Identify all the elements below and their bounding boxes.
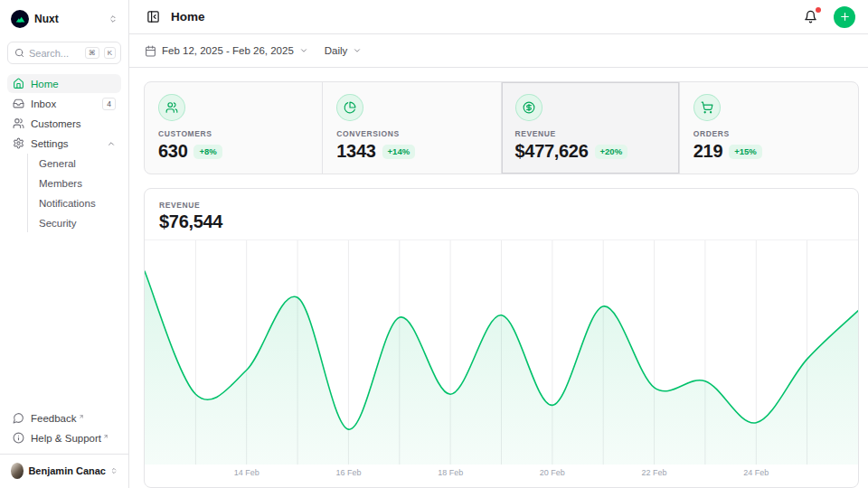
stat-value: 630 [158, 141, 187, 162]
user-menu[interactable]: Benjamin Canac [7, 455, 121, 481]
sidebar-item-label: Customers [31, 118, 116, 129]
kbd-cmd: ⌘ [85, 47, 99, 60]
stat-label: REVENUE [515, 129, 665, 138]
chevron-down-icon [353, 46, 362, 55]
nuxt-logo-icon [11, 10, 29, 28]
help-support-link[interactable]: Help & Support [7, 428, 121, 447]
sidebar-item-label: Inbox [31, 99, 96, 109]
sidebar-item-customers[interactable]: Customers [7, 114, 121, 133]
revenue-area-chart[interactable] [145, 239, 858, 464]
bell-icon [804, 10, 817, 23]
stat-delta-badge: +20% [595, 145, 628, 159]
chart-x-axis: 14 Feb16 Feb18 Feb20 Feb22 Feb24 Feb [145, 464, 858, 483]
external-link-icon [103, 434, 108, 439]
footer-item-label: Help & Support [31, 433, 116, 444]
main-header: Home [129, 0, 868, 34]
stat-delta-badge: +15% [729, 145, 762, 159]
sub-item-label: Security [39, 218, 77, 229]
sidebar-item-settings[interactable]: Settings [7, 134, 121, 153]
sub-item-label: Members [39, 178, 82, 189]
collapse-sidebar-button[interactable] [145, 8, 162, 25]
stats-row: CUSTOMERS 630 +8% CONVERSIONS 1343 +14% [144, 81, 859, 174]
search-icon [14, 48, 24, 58]
stat-value: 1343 [336, 141, 375, 162]
date-range-picker[interactable]: Feb 12, 2025 - Feb 26, 2025 [145, 45, 308, 57]
x-tick-label: 16 Feb [335, 468, 361, 477]
content: CUSTOMERS 630 +8% CONVERSIONS 1343 +14% [129, 68, 868, 488]
footer-item-label: Feedback [31, 413, 116, 424]
workspace-name: Nuxt [34, 13, 103, 25]
shopping-cart-icon [701, 101, 713, 114]
sidebar-nav: Home Inbox 4 Customers Settings General … [7, 74, 121, 232]
chart-pie-icon [344, 101, 356, 114]
x-tick-label: 20 Feb [540, 468, 565, 477]
settings-subgroup: General Members Notifications Security [27, 154, 121, 232]
sidebar-item-notifications[interactable]: Notifications [35, 193, 121, 212]
sidebar: Nuxt Search... ⌘ K Home Inbox 4 Customer… [0, 0, 129, 488]
filters-toolbar: Feb 12, 2025 - Feb 26, 2025 Daily [129, 34, 868, 68]
panel-left-close-icon [146, 10, 160, 23]
sidebar-item-label: Home [31, 79, 116, 89]
sub-item-label: Notifications [39, 198, 96, 209]
stat-label: ORDERS [693, 129, 844, 138]
granularity-value: Daily [325, 45, 348, 56]
plus-icon [839, 11, 851, 23]
sidebar-item-label: Settings [31, 138, 100, 149]
kbd-k: K [104, 47, 116, 60]
chart-header: REVENUE $76,544 [145, 189, 858, 234]
stat-conversions[interactable]: CONVERSIONS 1343 +14% [323, 82, 501, 174]
sidebar-item-members[interactable]: Members [35, 174, 121, 192]
home-icon [13, 78, 24, 89]
stat-delta-badge: +14% [382, 145, 416, 159]
stat-revenue[interactable]: REVENUE $477,626 +20% [502, 82, 680, 174]
x-tick-label: 18 Feb [438, 468, 463, 477]
external-link-icon [79, 414, 84, 419]
date-range-value: Feb 12, 2025 - Feb 26, 2025 [162, 45, 294, 56]
calendar-icon [145, 45, 156, 57]
stat-customers[interactable]: CUSTOMERS 630 +8% [145, 82, 323, 174]
circle-dollar-icon [523, 101, 535, 114]
add-new-button[interactable] [834, 6, 855, 28]
stat-value: $477,626 [515, 141, 589, 162]
inbox-count-badge: 4 [102, 98, 116, 110]
info-icon [13, 432, 24, 444]
stat-delta-badge: +8% [193, 145, 222, 159]
stat-orders[interactable]: ORDERS 219 +15% [680, 82, 858, 174]
users-icon [13, 117, 24, 129]
notification-dot [816, 7, 821, 13]
chevrons-up-down-icon [110, 466, 118, 475]
granularity-select[interactable]: Daily [325, 45, 363, 56]
user-name: Benjamin Canac [28, 465, 106, 476]
sidebar-item-inbox[interactable]: Inbox 4 [7, 94, 121, 113]
feedback-link[interactable]: Feedback [7, 408, 121, 427]
chart-canvas [145, 240, 858, 465]
search-placeholder: Search... [29, 48, 80, 59]
stat-label: CUSTOMERS [158, 129, 308, 138]
chevron-up-icon [107, 139, 116, 148]
revenue-chart-card: REVENUE $76,544 [144, 188, 859, 488]
sidebar-item-home[interactable]: Home [7, 74, 121, 93]
app-window: Nuxt Search... ⌘ K Home Inbox 4 Customer… [0, 0, 868, 488]
workspace-switcher[interactable]: Nuxt [7, 7, 121, 31]
x-tick-label: 22 Feb [642, 468, 667, 477]
gear-icon [13, 137, 24, 149]
notifications-button[interactable] [802, 8, 819, 25]
sidebar-item-security[interactable]: Security [35, 213, 121, 232]
chart-value: $76,544 [159, 211, 844, 232]
stat-label: CONVERSIONS [336, 129, 486, 138]
users-icon [165, 101, 178, 114]
main-area: Home Feb 12, 2025 - Feb 26, 2025 Daily [129, 0, 868, 488]
search-input[interactable]: Search... ⌘ K [7, 42, 121, 64]
x-tick-label: 24 Feb [743, 468, 769, 477]
x-tick-label: 14 Feb [234, 468, 259, 477]
sidebar-footer: Feedback Help & Support Benjamin Canac [7, 408, 121, 481]
chevrons-up-down-icon [108, 14, 118, 23]
inbox-icon [13, 98, 24, 109]
divider [0, 454, 128, 455]
sub-item-label: General [39, 158, 76, 169]
message-circle-icon [13, 412, 24, 424]
avatar [11, 463, 24, 479]
sidebar-item-general[interactable]: General [35, 154, 121, 173]
page-title: Home [171, 10, 793, 23]
chevron-down-icon [299, 46, 308, 55]
